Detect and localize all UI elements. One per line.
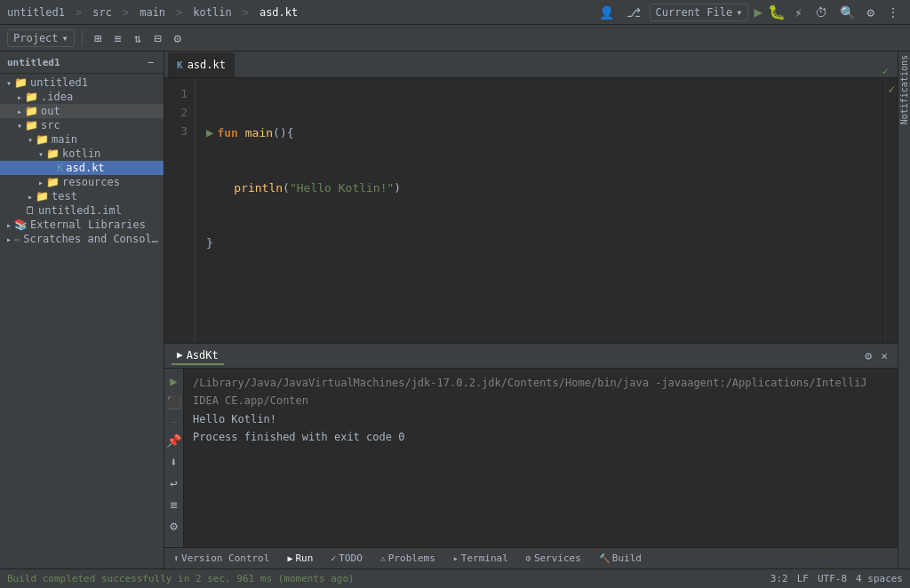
- run-tab-label: AsdKt: [187, 349, 219, 362]
- main-folder-icon: 📁: [36, 133, 49, 146]
- sidebar-item-external-libs[interactable]: ▸ 📚 External Libraries: [0, 218, 164, 232]
- status-message: Build completed successfully in 2 sec, 9…: [7, 573, 760, 584]
- tree-view-icon[interactable]: ≡: [168, 496, 179, 513]
- sidebar-kotlin-label: kotlin: [62, 147, 164, 160]
- sidebar-item-root[interactable]: ▾ 📁 untitled1: [0, 75, 164, 90]
- coverage-icon[interactable]: ⚡: [791, 4, 805, 21]
- profile-icon[interactable]: 👤: [595, 4, 618, 21]
- out-arrow-icon: ▸: [14, 107, 25, 116]
- tab-version-control[interactable]: ⬆ Version Control: [164, 548, 278, 568]
- tab-problems-label: Problems: [388, 552, 435, 564]
- tab-todo[interactable]: ✓ TODO: [322, 548, 371, 568]
- title-bar-actions: 👤 ⎇ Current File ▾ ▶ 🐛 ⚡ ⏱ 🔍 ⚙ ⋮: [595, 4, 903, 21]
- run-gutter-icon[interactable]: ▶: [206, 125, 213, 139]
- code-line-2: println("Hello Kotlin!"): [206, 179, 874, 198]
- search-everywhere-icon[interactable]: 🔍: [836, 4, 858, 21]
- run-panel: ▶ AsdKt ⚙ × ▶ ⬛ — 📌 ⬇ ↩ ≡ ⚙: [164, 343, 898, 547]
- notifications-label[interactable]: Notifications: [899, 55, 909, 124]
- debug-button[interactable]: 🐛: [768, 4, 786, 20]
- editor-content[interactable]: 1 2 3 ▶fun main(){ println("Hello Kotlin…: [164, 78, 898, 343]
- sidebar-project-title: untitled1: [7, 57, 141, 68]
- sidebar-item-src[interactable]: ▾ 📁 src: [0, 118, 164, 132]
- filter-icon[interactable]: ⚙: [168, 517, 179, 535]
- run-tab-asdkt[interactable]: ▶ AsdKt: [172, 347, 224, 365]
- main-content: untitled1 − ▾ 📁 untitled1 ▸ 📁 .idea ▸ 📁: [0, 52, 910, 568]
- code-line-1: ▶fun main(){: [206, 123, 874, 143]
- title-kotlin: kotlin: [193, 6, 231, 19]
- sidebar-test-label: test: [52, 190, 164, 203]
- iml-arrow-icon: [14, 206, 25, 216]
- sidebar-minimize-icon[interactable]: −: [145, 55, 156, 69]
- tab-asd-kt[interactable]: K asd.kt: [168, 52, 235, 77]
- tab-services[interactable]: ⚙ Services: [517, 548, 590, 568]
- sidebar-item-scratches[interactable]: ▸ ✏ Scratches and Consoles: [0, 232, 164, 246]
- run-tab-icon: ▶: [177, 349, 183, 361]
- run-panel-header: ▶ AsdKt ⚙ ×: [164, 344, 898, 369]
- problems-icon: ⚠: [380, 553, 386, 563]
- project-dropdown[interactable]: Project ▾: [7, 29, 75, 47]
- title-file: asd.kt: [259, 6, 298, 19]
- sidebar-resources-label: resources: [62, 176, 164, 188]
- asd-arrow-icon: [46, 163, 57, 173]
- status-position[interactable]: 3:2: [770, 573, 788, 584]
- title-untitled1: untitled1: [7, 6, 65, 19]
- notifications-panel: Notifications: [898, 52, 910, 568]
- title-bar: untitled1 > src > main > kotlin > asd.kt…: [0, 0, 910, 25]
- run-divider-icon: —: [169, 415, 178, 428]
- pin-tab-icon[interactable]: 📌: [164, 432, 183, 449]
- tab-run-label: Run: [295, 552, 313, 564]
- settings-icon[interactable]: ⚙: [864, 4, 878, 21]
- editor-area: K asd.kt ✓ 1 2 3 ▶fun main(){ println("H…: [164, 52, 898, 568]
- sidebar-item-kotlin[interactable]: ▾ 📁 kotlin: [0, 147, 164, 161]
- toolbar-settings-icon[interactable]: ⚙: [170, 29, 186, 47]
- tab-build[interactable]: 🔨 Build: [590, 548, 651, 568]
- scroll-end-icon[interactable]: ⬇: [168, 453, 179, 471]
- rerun-icon[interactable]: ▶: [168, 372, 179, 390]
- status-indent[interactable]: 4 spaces: [856, 573, 903, 584]
- layout-icon[interactable]: ⊞: [90, 29, 106, 47]
- run-config-dropdown[interactable]: Current File ▾: [650, 4, 749, 21]
- wrap-icon[interactable]: ↩: [168, 474, 179, 492]
- sidebar-item-out[interactable]: ▸ 📁 out: [0, 104, 164, 118]
- editor-tabs: K asd.kt ✓: [164, 52, 898, 78]
- sidebar-iml-label: untitled1.iml: [38, 204, 164, 217]
- stop-icon[interactable]: ⬛: [164, 393, 183, 411]
- output-hello-line: Hello Kotlin!: [193, 410, 889, 428]
- root-arrow-icon: ▾: [4, 78, 14, 88]
- idea-arrow-icon: ▸: [14, 92, 25, 102]
- toolbar: Project ▾ ⊞ ≡ ⇅ ⊟ ⚙: [0, 25, 910, 52]
- profile-run-icon[interactable]: ⏱: [811, 4, 831, 21]
- services-icon: ⚙: [526, 553, 531, 563]
- run-button[interactable]: ▶: [754, 4, 762, 20]
- run-settings-icon[interactable]: ⚙: [862, 347, 874, 364]
- run-close-icon[interactable]: ×: [878, 347, 890, 364]
- sidebar-item-resources[interactable]: ▸ 📁 resources: [0, 175, 164, 189]
- more-icon[interactable]: ⋮: [883, 4, 903, 21]
- main-arrow-icon: ▾: [25, 135, 36, 145]
- line-num-1: 1: [172, 85, 188, 104]
- sidebar-item-iml[interactable]: 🗒 untitled1.iml: [0, 203, 164, 218]
- sidebar-item-test[interactable]: ▸ 📁 test: [0, 189, 164, 203]
- collapse-all-icon[interactable]: ⊟: [149, 29, 165, 47]
- status-encoding[interactable]: UTF-8: [818, 573, 847, 584]
- tab-problems[interactable]: ⚠ Problems: [371, 548, 444, 568]
- tab-run[interactable]: ▶ Run: [278, 548, 322, 568]
- line-num-3: 3: [172, 123, 188, 141]
- sidebar-item-idea[interactable]: ▸ 📁 .idea: [0, 90, 164, 104]
- iml-file-icon: 🗒: [25, 204, 36, 217]
- sidebar-main-label: main: [52, 133, 164, 146]
- todo-icon: ✓: [331, 553, 336, 563]
- vcs-branch-icon[interactable]: ⎇: [623, 4, 644, 21]
- tab-label-asd-kt: asd.kt: [188, 59, 226, 71]
- tree-sort-icon[interactable]: ≡: [109, 29, 125, 47]
- sidebar-src-label: src: [41, 119, 164, 131]
- sidebar-item-main[interactable]: ▾ 📁 main: [0, 132, 164, 147]
- terminal-icon: ▸: [453, 553, 459, 563]
- tab-build-label: Build: [612, 552, 642, 564]
- line-numbers: 1 2 3: [164, 78, 196, 343]
- code-area[interactable]: ▶fun main(){ println("Hello Kotlin!") }: [196, 78, 885, 343]
- sidebar-item-asd-kt[interactable]: K asd.kt: [0, 161, 164, 175]
- expand-all-icon[interactable]: ⇅: [130, 29, 146, 47]
- tab-terminal[interactable]: ▸ Terminal: [444, 548, 517, 568]
- status-line-ending[interactable]: LF: [797, 573, 809, 584]
